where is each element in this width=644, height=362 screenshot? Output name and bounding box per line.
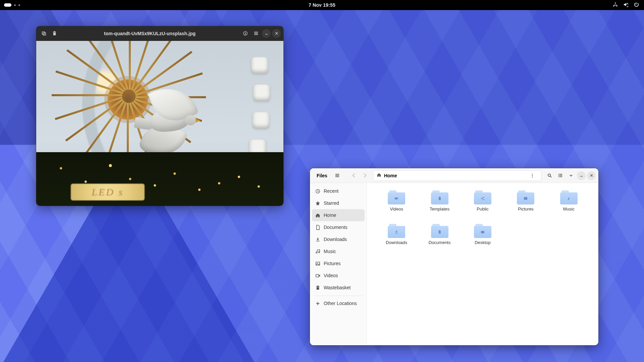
folder-icon xyxy=(388,224,405,238)
folder-music[interactable]: Music xyxy=(549,190,589,224)
sidebar-item-pictures[interactable]: Pictures xyxy=(312,257,365,269)
starred-icon xyxy=(315,201,320,206)
path-menu-button[interactable] xyxy=(528,171,537,180)
svg-rect-6 xyxy=(245,33,246,35)
sidebar-item-label: Recent xyxy=(324,188,338,194)
svg-rect-8 xyxy=(254,32,258,33)
pictures-icon xyxy=(315,261,320,266)
copy-button[interactable] xyxy=(39,29,48,38)
minimize-button[interactable] xyxy=(262,29,271,38)
plus-icon xyxy=(315,301,320,306)
files-minimize-button[interactable] xyxy=(577,171,586,180)
home-icon xyxy=(315,213,320,218)
svg-rect-23 xyxy=(558,176,559,177)
folder-icon xyxy=(517,190,534,204)
info-button[interactable] xyxy=(240,29,250,38)
files-title: Files xyxy=(313,173,331,178)
folder-label: Templates xyxy=(430,206,449,212)
files-window: Files Home RecentStarredHomeDocumentsDow… xyxy=(310,168,598,345)
files-sidebar: RecentStarredHomeDocumentsDownloadsMusic… xyxy=(310,183,367,345)
svg-rect-11 xyxy=(265,34,268,35)
sidebar-item-starred[interactable]: Starred xyxy=(312,197,365,209)
folder-label: Desktop xyxy=(475,240,491,245)
sidebar-item-label: Other Locations xyxy=(324,301,357,306)
svg-point-16 xyxy=(532,175,533,176)
folder-icon xyxy=(388,190,405,204)
sidebar-item-other-locations[interactable]: Other Locations xyxy=(312,297,365,309)
svg-rect-14 xyxy=(335,176,339,177)
image-viewer-title: tom-quandt-UvMSx9KULzU-unsplash.jpg xyxy=(60,31,239,36)
close-button[interactable] xyxy=(272,29,281,38)
files-headerbar: Files Home xyxy=(310,168,598,183)
folder-icon xyxy=(431,190,448,204)
svg-rect-19 xyxy=(558,174,559,175)
folder-label: Pictures xyxy=(518,206,534,212)
files-close-button[interactable] xyxy=(587,171,596,180)
view-options-button[interactable] xyxy=(566,171,576,180)
sidebar-item-label: Wastebasket xyxy=(324,285,351,290)
folder-icon xyxy=(474,190,491,204)
sidebar-toggle-button[interactable] xyxy=(333,171,342,180)
sidebar-item-music[interactable]: Music xyxy=(312,245,365,257)
activities-button[interactable] xyxy=(4,3,11,7)
svg-point-18 xyxy=(548,174,550,177)
power-icon[interactable] xyxy=(634,2,639,8)
sidebar-divider xyxy=(314,296,363,296)
folder-templates[interactable]: Templates xyxy=(420,190,460,224)
sidebar-item-home[interactable]: Home xyxy=(312,209,365,221)
folder-label: Downloads xyxy=(386,240,407,245)
forward-button[interactable] xyxy=(360,171,370,180)
downloads-icon xyxy=(315,237,320,242)
files-grid[interactable]: VideosTemplatesPublicPicturesMusicDownlo… xyxy=(367,183,598,345)
documents-icon xyxy=(315,225,320,230)
sidebar-item-label: Starred xyxy=(324,200,339,206)
hamburger-menu-button[interactable] xyxy=(251,29,261,38)
search-button[interactable] xyxy=(545,171,554,180)
folder-icon xyxy=(431,224,448,238)
view-list-button[interactable] xyxy=(555,171,565,180)
sidebar-item-trash[interactable]: Wastebasket xyxy=(312,282,365,294)
delete-button[interactable] xyxy=(50,29,59,38)
sidebar-item-downloads[interactable]: Downloads xyxy=(312,233,365,245)
svg-rect-21 xyxy=(558,175,559,176)
sidebar-item-label: Pictures xyxy=(324,261,341,266)
path-label: Home xyxy=(384,173,397,178)
folder-downloads[interactable]: Downloads xyxy=(376,224,417,257)
folder-desktop[interactable]: Desktop xyxy=(463,224,503,257)
folder-label: Music xyxy=(563,206,575,212)
clock[interactable]: 7 Nov 19:55 xyxy=(309,2,335,8)
svg-rect-24 xyxy=(559,176,562,177)
back-button[interactable] xyxy=(350,171,359,180)
svg-rect-20 xyxy=(559,174,562,175)
folder-public[interactable]: Public xyxy=(463,190,503,224)
folder-documents[interactable]: Documents xyxy=(420,224,460,257)
path-bar[interactable]: Home xyxy=(373,170,541,181)
sidebar-item-label: Videos xyxy=(324,273,338,278)
folder-label: Public xyxy=(477,206,488,212)
gnome-top-bar: 7 Nov 19:55 xyxy=(0,0,644,10)
svg-rect-3 xyxy=(42,32,45,35)
workspace-dot-2[interactable] xyxy=(18,4,20,6)
svg-point-17 xyxy=(532,177,533,177)
sidebar-item-recent[interactable]: Recent xyxy=(312,185,365,197)
folder-videos[interactable]: Videos xyxy=(376,190,417,224)
workspace-dot-1[interactable] xyxy=(14,4,16,6)
folder-icon xyxy=(560,190,578,204)
network-icon[interactable] xyxy=(613,2,618,8)
image-viewer-window: tom-quandt-UvMSx9KULzU-unsplash.jpg LED … xyxy=(36,26,283,206)
sidebar-item-documents[interactable]: Documents xyxy=(312,221,365,233)
svg-rect-9 xyxy=(254,33,258,34)
sidebar-item-label: Documents xyxy=(324,225,347,230)
videos-icon xyxy=(315,273,320,278)
folder-pictures[interactable]: Pictures xyxy=(505,190,546,224)
recent-icon xyxy=(315,189,320,194)
home-icon xyxy=(377,173,381,179)
volume-icon[interactable] xyxy=(623,2,628,8)
folder-label: Videos xyxy=(390,206,403,212)
sidebar-item-videos[interactable]: Videos xyxy=(312,269,365,282)
sidebar-item-label: Home xyxy=(324,213,336,218)
image-content[interactable]: LED s xyxy=(36,41,283,206)
svg-rect-4 xyxy=(43,33,46,36)
svg-rect-13 xyxy=(335,175,339,176)
trash-icon xyxy=(315,285,320,290)
